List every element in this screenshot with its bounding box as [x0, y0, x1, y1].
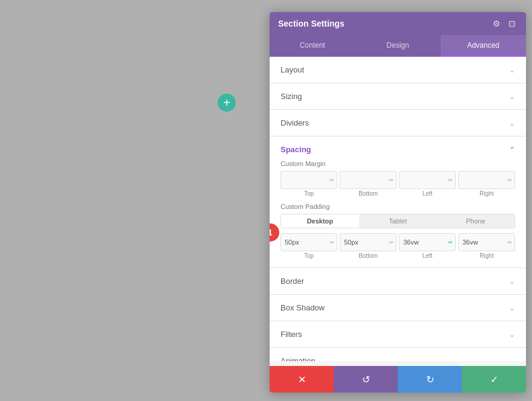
- filters-chevron-icon: ⌄: [509, 330, 515, 339]
- plus-icon: +: [223, 96, 230, 110]
- padding-left-value: 36vw: [403, 239, 419, 246]
- margin-bottom-field-label: Bottom: [358, 190, 378, 197]
- padding-right-value: 36vw: [462, 239, 478, 246]
- padding-left-link-icon: ⇔: [448, 239, 453, 245]
- section-settings-panel: Section Settings ⚙ ⊡ Content Design Adva…: [270, 12, 526, 393]
- cancel-button[interactable]: ✕: [270, 366, 334, 393]
- spacing-section: Spacing ⌃ Custom Margin ⇔ Top ⇔: [270, 136, 526, 268]
- padding-bottom-input[interactable]: 50px ⇔: [340, 233, 397, 251]
- box-shadow-section-row[interactable]: Box Shadow ⌄: [270, 295, 526, 321]
- padding-inputs: 50px ⇔ Top 50px ⇔ Bottom: [281, 233, 515, 259]
- cancel-icon: ✕: [298, 374, 306, 385]
- margin-bottom-group: ⇔ Bottom: [340, 171, 397, 197]
- reset-button[interactable]: ↺: [334, 366, 398, 393]
- filters-section-row[interactable]: Filters ⌄: [270, 321, 526, 348]
- animation-chevron-icon: ⌄: [509, 357, 515, 362]
- padding-right-input[interactable]: 36vw ⇔: [458, 233, 515, 251]
- padding-top-value: 50px: [285, 239, 299, 246]
- panel-footer: ✕ ↺ ↻ ✓: [270, 366, 526, 393]
- reset-icon: ↺: [362, 374, 370, 385]
- link-icon-bottom: ⇔: [389, 177, 394, 183]
- custom-margin-label: Custom Margin: [281, 160, 515, 167]
- layout-section-row[interactable]: Layout ⌄: [270, 57, 526, 83]
- dividers-section-row[interactable]: Dividers ⌄: [270, 110, 526, 136]
- padding-bottom-value: 50px: [344, 239, 358, 246]
- padding-right-field-label: Right: [479, 252, 493, 259]
- border-section-row[interactable]: Border ⌄: [270, 268, 526, 295]
- collapse-icon[interactable]: ⊡: [507, 18, 517, 29]
- margin-top-field-label: Top: [304, 190, 314, 197]
- restore-button[interactable]: ↻: [398, 366, 462, 393]
- margin-right-field-label: Right: [479, 190, 493, 197]
- animation-section-row[interactable]: Animation ⌄: [270, 348, 526, 361]
- margin-row: ⇔ Top ⇔ Bottom ⇔ Left: [281, 171, 515, 197]
- panel-header: Section Settings ⚙ ⊡: [270, 12, 526, 35]
- spacing-header[interactable]: Spacing ⌃: [270, 136, 526, 160]
- tab-advanced[interactable]: Advanced: [441, 35, 526, 57]
- padding-left-input[interactable]: 36vw ⇔: [399, 233, 456, 251]
- padding-left-field-label: Left: [423, 252, 433, 259]
- padding-bottom-field-label: Bottom: [358, 252, 378, 259]
- border-chevron-icon: ⌄: [509, 277, 515, 286]
- sizing-section-row[interactable]: Sizing ⌄: [270, 83, 526, 110]
- padding-top-link-icon: ⇔: [329, 239, 334, 245]
- dividers-label: Dividers: [281, 118, 309, 127]
- margin-top-group: ⇔ Top: [281, 171, 337, 197]
- header-icons: ⚙ ⊡: [491, 18, 517, 29]
- add-section-button[interactable]: +: [218, 94, 236, 112]
- padding-right-group: 36vw ⇔ Right: [458, 233, 515, 259]
- link-icon-right: ⇔: [507, 177, 512, 183]
- link-icon-top: ⇔: [329, 177, 334, 183]
- link-icon-left: ⇔: [448, 177, 453, 183]
- box-shadow-chevron-icon: ⌄: [509, 304, 515, 312]
- padding-bottom-group: 50px ⇔ Bottom: [340, 233, 397, 259]
- box-shadow-label: Box Shadow: [281, 303, 325, 312]
- dividers-chevron-icon: ⌄: [509, 119, 515, 127]
- padding-right-link-icon: ⇔: [507, 239, 512, 245]
- border-label: Border: [281, 277, 304, 286]
- padding-left-group: 36vw ⇔ Left: [399, 233, 456, 259]
- custom-padding-label: Custom Padding: [281, 203, 515, 210]
- padding-top-group: 50px ⇔ Top: [281, 233, 337, 259]
- device-tab-tablet[interactable]: Tablet: [359, 214, 437, 228]
- animation-label: Animation: [281, 356, 316, 361]
- margin-top-input[interactable]: ⇔: [281, 171, 337, 189]
- sizing-chevron-icon: ⌄: [509, 92, 515, 101]
- layout-chevron-icon: ⌄: [509, 66, 515, 74]
- spacing-label: Spacing: [281, 145, 311, 154]
- filters-label: Filters: [281, 330, 302, 339]
- tab-design[interactable]: Design: [355, 35, 440, 57]
- device-tab-desktop[interactable]: Desktop: [281, 214, 359, 228]
- sizing-label: Sizing: [281, 92, 302, 101]
- panel-body: Layout ⌄ Sizing ⌄ Dividers ⌄ Spacing ⌃ C…: [270, 57, 526, 361]
- settings-icon[interactable]: ⚙: [491, 18, 502, 29]
- padding-bottom-link-icon: ⇔: [389, 239, 394, 245]
- save-button[interactable]: ✓: [462, 366, 526, 393]
- device-tabs: Desktop Tablet Phone: [281, 214, 515, 228]
- margin-bottom-input[interactable]: ⇔: [340, 171, 397, 189]
- padding-top-field-label: Top: [304, 252, 314, 259]
- padding-top-input[interactable]: 50px ⇔: [281, 233, 337, 251]
- margin-right-input[interactable]: ⇔: [458, 171, 515, 189]
- margin-left-group: ⇔ Left: [399, 171, 456, 197]
- panel-title: Section Settings: [278, 19, 345, 28]
- margin-right-group: ⇔ Right: [458, 171, 515, 197]
- save-icon: ✓: [490, 374, 498, 385]
- margin-left-field-label: Left: [423, 190, 433, 197]
- tab-content[interactable]: Content: [270, 35, 355, 57]
- tabs-bar: Content Design Advanced: [270, 35, 526, 57]
- margin-left-input[interactable]: ⇔: [399, 171, 456, 189]
- spacing-body: Custom Margin ⇔ Top ⇔ Bottom: [270, 160, 526, 268]
- restore-icon: ↻: [426, 374, 434, 385]
- spacing-chevron-up-icon: ⌃: [509, 146, 515, 154]
- layout-label: Layout: [281, 65, 304, 74]
- device-tab-phone[interactable]: Phone: [436, 214, 514, 228]
